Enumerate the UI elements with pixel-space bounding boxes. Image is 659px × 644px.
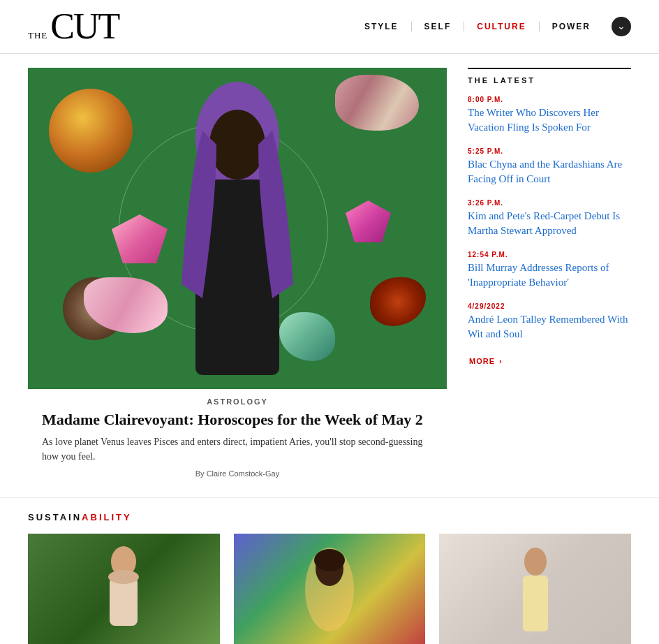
latest-item-1: 8:00 P.M. The Writer Who Discovers Her V…	[468, 96, 631, 135]
arrow-right-icon: ›	[496, 357, 503, 365]
latest-time-4: 12:54 P.M.	[468, 251, 631, 258]
hero-subtitle: As love planet Venus leaves Pisces and e…	[42, 434, 433, 464]
more-link[interactable]: MORE ›	[468, 357, 503, 365]
latest-time-2: 5:25 P.M.	[468, 147, 631, 155]
hero-tag: ASTROLOGY	[42, 397, 433, 406]
section-tag: SUSTAINABILITY	[28, 512, 631, 522]
sustainability-section: SUSTAINABILITY	[0, 497, 659, 644]
nav-self[interactable]: SELF	[412, 22, 465, 31]
hero-caption: ASTROLOGY Madame Clairevoyant: Horoscope…	[28, 389, 447, 483]
decorative-agate	[335, 75, 419, 131]
latest-item-5: 4/29/2022 André Leon Talley Remembered W…	[468, 302, 631, 342]
sidebar-title: THE LATEST	[468, 76, 631, 85]
card-image-1	[28, 534, 220, 644]
svg-rect-4	[110, 577, 138, 626]
chevron-down-icon: ⌄	[617, 22, 625, 31]
site-header: THE CUT STYLE SELF CULTURE POWER ⌄	[0, 0, 659, 54]
latest-time-3: 3:26 P.M.	[468, 199, 631, 207]
latest-headline-1[interactable]: The Writer Who Discovers Her Vacation Fl…	[468, 107, 599, 133]
nav-culture[interactable]: CULTURE	[464, 22, 539, 31]
nav-power[interactable]: POWER	[540, 22, 603, 31]
hero-section: ASTROLOGY Madame Clairevoyant: Horoscope…	[28, 68, 447, 483]
nav-style[interactable]: STYLE	[352, 22, 412, 31]
main-nav: STYLE SELF CULTURE POWER ⌄	[352, 17, 631, 36]
card-person-svg-3	[508, 541, 563, 638]
nav-more-button[interactable]: ⌄	[612, 17, 631, 36]
latest-time-5: 4/29/2022	[468, 302, 631, 310]
decorative-planet-gold	[49, 89, 133, 173]
logo-cut: CUT	[50, 8, 119, 45]
hero-figure-svg	[147, 75, 328, 389]
decorative-spice	[370, 277, 426, 326]
card-2[interactable]	[234, 534, 426, 644]
card-person-svg-2	[302, 541, 357, 638]
latest-item-2: 5:25 P.M. Blac Chyna and the Kardashians…	[468, 147, 631, 186]
card-person-svg-1	[96, 541, 151, 638]
main-content: ASTROLOGY Madame Clairevoyant: Horoscope…	[0, 54, 659, 497]
decorative-gem-right	[346, 200, 391, 242]
sidebar-latest: THE LATEST 8:00 P.M. The Writer Who Disc…	[468, 68, 631, 483]
hero-byline: By Claire Comstock-Gay	[42, 469, 433, 483]
svg-point-5	[108, 570, 139, 584]
latest-headline-3[interactable]: Kim and Pete's Red-Carpet Debut Is Marth…	[468, 210, 620, 236]
latest-headline-5[interactable]: André Leon Talley Remembered With Wit an…	[468, 314, 628, 339]
hero-title-text: Madame Clairevoyant: Horoscopes for the …	[42, 411, 423, 428]
sidebar-divider	[468, 68, 631, 69]
card-1[interactable]	[28, 534, 220, 644]
logo-the: THE	[28, 30, 47, 41]
site-logo[interactable]: THE CUT	[28, 8, 119, 45]
latest-headline-2[interactable]: Blac Chyna and the Kardashians Are Facin…	[468, 159, 622, 184]
svg-rect-10	[523, 576, 548, 631]
card-image-3	[439, 534, 631, 644]
svg-point-8	[314, 549, 345, 571]
cards-row	[28, 534, 631, 644]
latest-item-3: 3:26 P.M. Kim and Pete's Red-Carpet Debu…	[468, 199, 631, 238]
latest-item-4: 12:54 P.M. Bill Murray Addresses Reports…	[468, 251, 631, 290]
card-3[interactable]	[439, 534, 631, 644]
svg-point-9	[524, 548, 547, 576]
card-image-2	[234, 534, 426, 644]
hero-image[interactable]	[28, 68, 447, 389]
latest-headline-4[interactable]: Bill Murray Addresses Reports of 'Inappr…	[468, 262, 609, 288]
svg-point-2	[209, 110, 265, 180]
hero-title[interactable]: Madame Clairevoyant: Horoscopes for the …	[42, 410, 433, 430]
latest-time-1: 8:00 P.M.	[468, 96, 631, 103]
